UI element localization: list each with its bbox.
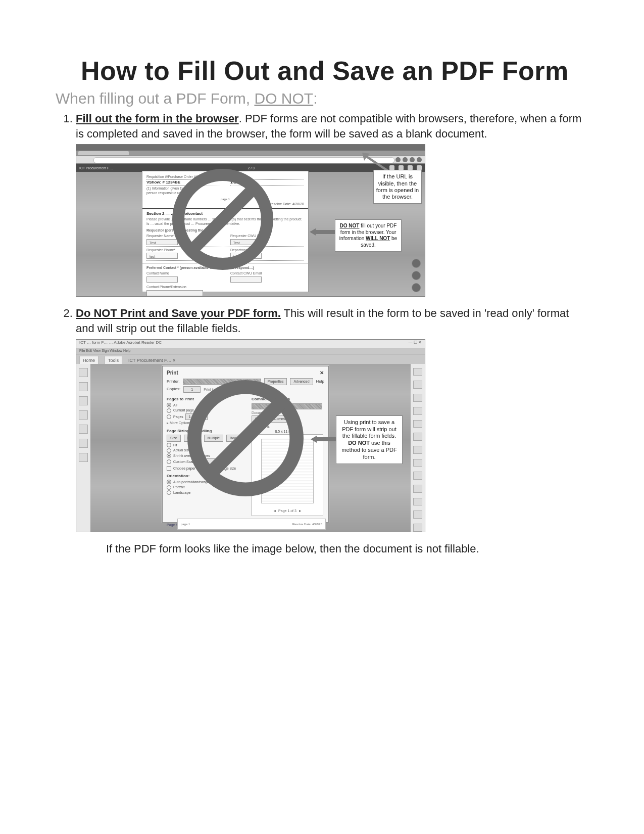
background-page-footer: page 1 Resolve Date: 4/28/20 [177, 519, 326, 530]
doc-size: 8.5 x 11 inches [252, 429, 322, 434]
pdf-filename: ICT Procurement F… [79, 166, 113, 170]
radio-actual [167, 448, 171, 453]
pdf-form-page: Requisition #/Purchase Order #/Other ID#… [142, 171, 309, 292]
req-phone-value: test [150, 255, 155, 258]
document-page: How to Fill Out and Save an PDF Form Whe… [0, 0, 644, 834]
radio-all-label: All [173, 403, 177, 407]
preview-nav-right: ► [299, 509, 302, 513]
zoom-icon [403, 157, 408, 162]
preview-page [261, 439, 314, 503]
contact-email-field [230, 276, 262, 283]
do-not-callout-browser: DO NOT fill out your PDF form in the bro… [335, 219, 402, 252]
fillsign-icon [413, 485, 422, 493]
search-icon [79, 410, 88, 420]
dialog-title: Print [167, 369, 178, 377]
close-icon: ✕ [319, 369, 324, 375]
item1-emph: Fill out the form in the browser [76, 112, 239, 125]
contact-phone-field [146, 290, 203, 296]
page-center: page 1 [146, 197, 304, 201]
measure-icon [413, 524, 422, 532]
comments-header: Comments & Forms [252, 397, 322, 402]
dept-label: Department* [230, 248, 304, 252]
window-titlebar: ICT … form F… … Adobe Acrobat Reader DC … [76, 340, 425, 348]
export-icon [413, 368, 422, 376]
size-tab: Size [167, 435, 181, 441]
preview-nav-left: ◄ [273, 509, 276, 513]
poster-tab: Poster [184, 435, 201, 441]
floating-buttons [412, 259, 421, 292]
subhead-suffix: : [313, 90, 317, 107]
item2-emph: Do NOT Print and Save your PDF form. [76, 307, 281, 319]
figure-browser-screenshot: ICT Procurement F… 2 / 3 Requisition #/P… [76, 144, 425, 297]
compress-icon [413, 472, 422, 480]
bg-resolve-date: Resolve Date: 4/28/20 [292, 522, 322, 526]
radio-custom [167, 459, 171, 464]
radio-pages [167, 414, 171, 419]
contact-name-field [146, 276, 178, 283]
radio-auto-orient [167, 480, 171, 484]
window-menubar: File Edit View Sign Window Help [76, 348, 425, 355]
radio-current-label: Current page [173, 408, 194, 412]
custom-scale-value: 100 [199, 458, 216, 465]
fab-1-icon [412, 259, 421, 268]
req-name-label: Requester Name* [146, 234, 220, 238]
help-link: Help [316, 379, 324, 385]
preferred-contact: Preferred Contact * (person available to… [146, 265, 304, 270]
contact-email-label: Contact CWU Email [230, 271, 304, 275]
chk-papersource [167, 466, 171, 471]
radio-fit [167, 443, 171, 447]
redact-icon [413, 446, 422, 454]
bg-page-number: page 1 [181, 522, 190, 526]
pages-to-print-header: Pages to Print [167, 397, 247, 402]
pdf-page-indicator: 2 / 3 [247, 166, 255, 170]
thumbnails-icon [79, 368, 88, 377]
radio-actual-label: Actual size [173, 448, 190, 452]
date-label: Date* [230, 174, 304, 179]
layers-icon [79, 425, 88, 434]
callout2-emph: DO NOT [348, 440, 370, 446]
window-title-text: ICT … form F… … Adobe Acrobat Reader DC [79, 340, 162, 347]
multiple-tab: Multiple [204, 435, 223, 441]
printer-select [183, 379, 261, 385]
radio-current [167, 408, 171, 413]
radio-all [167, 403, 171, 407]
summarize-button: Summarize Comments [252, 415, 294, 422]
menu-icon [417, 157, 422, 162]
radio-pages-label: Pages [173, 414, 183, 419]
doc-tab: ICT Procurement F… × [128, 357, 175, 363]
do-not-callout-print: Using print to save a PDF form will stri… [336, 415, 403, 465]
preview-page-indicator: Page 1 of 3 [278, 509, 296, 513]
chk-papersource-label: Choose paper source by PDF page size [173, 466, 236, 471]
sign-icon [79, 439, 88, 448]
vshow-value: VShow: # 1234BE [146, 180, 220, 186]
requestor-subhead: Requestor (person requesting the product… [146, 228, 304, 233]
print-dialog: Print ✕ Printer: Properties Advanced Hel… [162, 366, 329, 523]
copies-label: Copies: [167, 387, 180, 392]
url-callout: If the URL is visible, then the form is … [373, 170, 422, 204]
req-phone-label: Requester Phone* [146, 248, 220, 252]
section2-header: Section 2 — …nt info/contact [146, 211, 304, 217]
section2-paragraph: Please provide … e.g. phone numbers … sp… [146, 217, 304, 226]
req-name-value: Test [150, 241, 156, 245]
subhead-prefix: When filling out a PDF Form, [56, 90, 254, 107]
req-email-label: Requester CWU Email* [230, 234, 304, 238]
profile-icon [410, 157, 415, 162]
pages-range: 1 - 3 [185, 413, 208, 420]
req-id-label: Requisition #/Purchase Order #/Other ID# [146, 174, 220, 179]
radio-shrink-label: Shrink oversized pages [173, 453, 210, 458]
radio-custom-label: Custom Scale: [173, 459, 196, 464]
subhead-emph: DO NOT [254, 90, 313, 107]
copies-value: 1 [183, 386, 201, 393]
callout-emph-1: DO NOT [340, 223, 360, 228]
radio-landscape-label: Landscape [173, 490, 190, 495]
comment-icon [413, 407, 422, 415]
printer-label: Printer: [167, 379, 180, 385]
booklet-tab: Booklet [226, 435, 245, 441]
bottom-caption: If the PDF form looks like the image bel… [106, 541, 588, 557]
subheading: When filling out a PDF Form, DO NOT: [56, 90, 588, 107]
resolve-date: Resolve Date: 4/28/20 [146, 202, 304, 206]
url-field [93, 157, 394, 163]
radio-fit-label: Fit [173, 443, 177, 447]
fab-2-icon [412, 271, 421, 280]
extension-icon [395, 157, 401, 162]
